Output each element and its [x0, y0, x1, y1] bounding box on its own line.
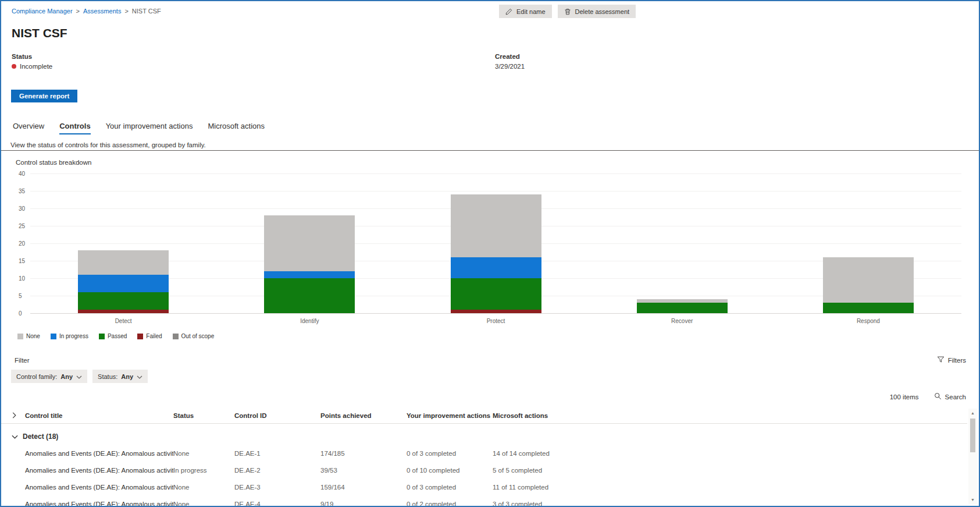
bar-identify[interactable]	[264, 215, 355, 313]
group-row-detect[interactable]: Detect (18)	[1, 428, 967, 445]
bar-segment-passed[interactable]	[823, 303, 914, 313]
filters-button[interactable]: Filters	[937, 356, 966, 364]
scroll-up-arrow[interactable]: ▲	[968, 409, 977, 417]
table-row[interactable]: Anomalies and Events (DE.AE): Anomalous …	[1, 478, 967, 495]
tab-overview[interactable]: Overview	[13, 122, 44, 134]
bar-segment-none[interactable]	[451, 194, 541, 257]
table-row[interactable]: Anomalies and Events (DE.AE): Anomalous …	[1, 445, 967, 462]
tab-your-improvement-actions[interactable]: Your improvement actions	[106, 122, 193, 134]
search-label: Search	[945, 393, 966, 400]
generate-report-button[interactable]: Generate report	[11, 90, 77, 102]
edit-name-button[interactable]: Edit name	[499, 5, 552, 18]
bar-protect[interactable]	[451, 194, 541, 313]
control-title-cell[interactable]: Anomalies and Events (DE.AE): Anomalous …	[25, 501, 173, 507]
page-title: NIST CSF	[12, 26, 67, 40]
control-id-cell: DE.AE-2	[234, 467, 320, 474]
column-header-microsoft-actions[interactable]: Microsoft actions	[493, 412, 967, 419]
funnel-icon	[937, 356, 945, 364]
y-tick-label: 35	[19, 188, 31, 194]
bar-segment-passed[interactable]	[264, 278, 355, 313]
compliance-manager-page: Compliance Manager > Assessments > NIST …	[0, 0, 980, 507]
chevron-down-icon	[137, 373, 142, 380]
controls-table: Control title Status Control ID Points a…	[1, 407, 967, 507]
scroll-down-arrow[interactable]: ▼	[968, 495, 977, 504]
status-block: Status Incomplete	[12, 53, 52, 70]
bar-segment-none[interactable]	[78, 250, 169, 275]
legend-swatch	[173, 334, 179, 339]
control-family-filter-value: Any	[60, 373, 73, 380]
points-achieved-cell: 159/164	[320, 484, 407, 491]
breadcrumb-assessments[interactable]: Assessments	[83, 8, 121, 15]
bar-segment-failed[interactable]	[451, 310, 541, 313]
control-family-filter-dropdown[interactable]: Control family: Any	[11, 370, 87, 383]
bar-slot-recover	[589, 299, 775, 313]
filter-pills: Control family: Any Status: Any	[11, 370, 148, 383]
x-category-label: Protect	[402, 318, 589, 324]
bar-respond[interactable]	[823, 257, 914, 313]
table-row[interactable]: Anomalies and Events (DE.AE): Anomalous …	[1, 462, 967, 478]
legend-item-passed: Passed	[99, 333, 127, 339]
chart-title: Control status breakdown	[16, 159, 91, 166]
tab-bar: Overview Controls Your improvement actio…	[13, 122, 265, 134]
breadcrumb-separator: >	[124, 8, 128, 15]
vertical-scrollbar[interactable]: ▲ ▼	[968, 409, 977, 504]
bar-slot-detect	[30, 250, 216, 313]
status-cell: None	[173, 501, 234, 507]
control-title-cell[interactable]: Anomalies and Events (DE.AE): Anomalous …	[25, 467, 173, 474]
bar-segment-in-progress[interactable]	[264, 271, 355, 278]
control-title-cell[interactable]: Anomalies and Events (DE.AE): Anomalous …	[25, 450, 173, 457]
section-divider	[1, 150, 979, 151]
pencil-icon	[505, 8, 512, 15]
y-tick-label: 25	[19, 223, 31, 229]
y-tick-label: 20	[19, 240, 31, 247]
legend-label: Failed	[146, 333, 162, 339]
y-tick-label: 30	[19, 205, 31, 212]
gridline	[30, 313, 961, 314]
table-row[interactable]: Anomalies and Events (DE.AE): Anomalous …	[1, 495, 967, 507]
y-tick-label: 0	[19, 310, 31, 317]
expand-all-chevron-icon[interactable]	[12, 412, 25, 419]
status-cell: In progress	[173, 467, 234, 474]
bar-detect[interactable]	[78, 250, 169, 313]
bar-slot-identify	[216, 215, 402, 313]
tab-microsoft-actions[interactable]: Microsoft actions	[208, 122, 265, 134]
chart-x-axis: DetectIdentifyProtectRecoverRespond	[30, 318, 961, 324]
bar-segment-passed[interactable]	[637, 303, 728, 313]
column-header-status[interactable]: Status	[173, 412, 234, 419]
bar-recover[interactable]	[637, 299, 728, 313]
column-header-points-achieved[interactable]: Points achieved	[320, 412, 407, 419]
search-button[interactable]: Search	[934, 392, 966, 401]
your-improvement-actions-cell: 0 of 3 completed	[407, 484, 493, 491]
breadcrumb-separator: >	[76, 8, 80, 15]
scrollbar-thumb[interactable]	[970, 419, 975, 452]
bar-segment-in-progress[interactable]	[78, 275, 169, 292]
column-header-your-improvement-actions[interactable]: Your improvement actions	[407, 412, 493, 419]
column-header-control-id[interactable]: Control ID	[234, 412, 320, 419]
breadcrumb-compliance-manager[interactable]: Compliance Manager	[12, 8, 73, 15]
status-filter-label: Status:	[98, 373, 117, 380]
column-header-control-title[interactable]: Control title	[25, 412, 173, 419]
microsoft-actions-cell: 3 of 3 completed	[493, 501, 967, 507]
y-tick-label: 5	[19, 293, 31, 299]
bar-segment-none[interactable]	[823, 257, 914, 303]
bar-segment-passed[interactable]	[451, 278, 541, 310]
legend-label: Out of scope	[181, 333, 215, 339]
bar-segment-passed[interactable]	[78, 292, 169, 310]
control-title-cell[interactable]: Anomalies and Events (DE.AE): Anomalous …	[25, 484, 173, 491]
control-id-cell: DE.AE-1	[234, 450, 320, 457]
legend-label: None	[26, 333, 40, 339]
status-filter-dropdown[interactable]: Status: Any	[92, 370, 148, 383]
bar-segment-in-progress[interactable]	[451, 257, 541, 278]
bar-slot-respond	[775, 257, 961, 313]
delete-assessment-button[interactable]: Delete assessment	[558, 5, 636, 18]
group-label: Detect (18)	[23, 432, 58, 441]
breadcrumb-current: NIST CSF	[132, 8, 161, 15]
table-header: Control title Status Control ID Points a…	[1, 407, 967, 424]
x-category-label: Detect	[30, 318, 216, 324]
legend-item-none: None	[17, 333, 40, 339]
bar-segment-none[interactable]	[264, 215, 355, 271]
y-tick-label: 10	[19, 275, 31, 282]
header-actions: Edit name Delete assessment	[499, 5, 636, 18]
tab-controls[interactable]: Controls	[59, 122, 90, 134]
bar-segment-failed[interactable]	[78, 310, 169, 313]
